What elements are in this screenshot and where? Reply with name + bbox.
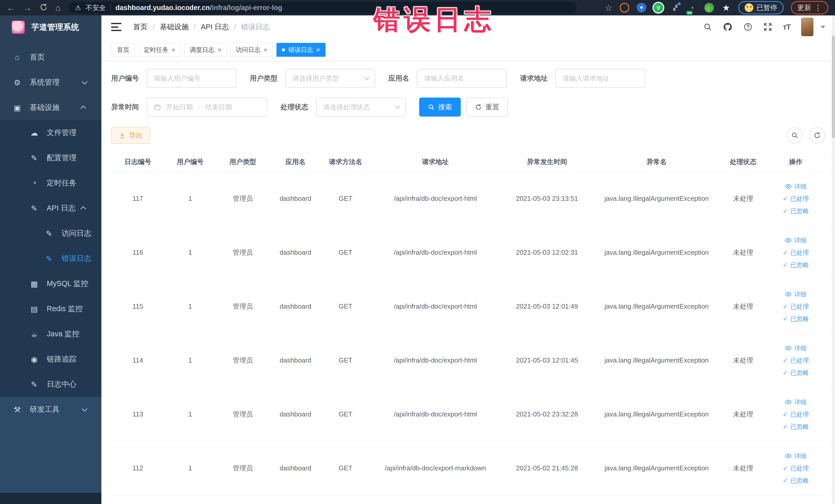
sidebar-item-config[interactable]: ✎配置管理 xyxy=(0,145,101,170)
show-search-button[interactable] xyxy=(787,127,803,143)
action-processed-link[interactable]: ✓已处理 xyxy=(782,302,809,311)
logo-image xyxy=(11,20,25,34)
cell-user-id: 1 xyxy=(165,464,216,472)
sidebar-item-api-log[interactable]: ✎API 日志 xyxy=(0,196,101,221)
cell-method: GET xyxy=(321,356,370,364)
eye-icon xyxy=(785,453,792,459)
reload-icon[interactable] xyxy=(40,3,48,13)
extension-icon-4[interactable]: ▞ xyxy=(670,3,680,13)
fullscreen-icon[interactable] xyxy=(763,23,772,31)
action-ignored-link[interactable]: ✓已忽略 xyxy=(782,315,809,323)
action-detail-link[interactable]: 详细 xyxy=(785,452,807,460)
action-detail-link[interactable]: 详细 xyxy=(785,290,807,298)
request-url-input[interactable] xyxy=(563,75,638,82)
action-ignored-link[interactable]: ✓已忽略 xyxy=(782,261,809,269)
home-icon[interactable]: ⌂ xyxy=(56,3,61,12)
action-ignored-link[interactable]: ✓已忽略 xyxy=(782,369,809,377)
action-detail-link[interactable]: 详细 xyxy=(785,344,807,352)
search-button[interactable]: 搜索 xyxy=(419,98,461,117)
hamburger-icon[interactable] xyxy=(111,23,121,31)
close-icon[interactable]: × xyxy=(171,46,175,53)
extension-icon-7[interactable]: ★ xyxy=(721,3,731,13)
action-detail-link[interactable]: 详细 xyxy=(785,398,807,406)
breadcrumb-item[interactable]: 基础设施 xyxy=(160,22,189,32)
action-detail-link[interactable]: 详细 xyxy=(785,182,807,190)
reset-button[interactable]: 重置 xyxy=(466,98,508,117)
action-detail-link[interactable]: 详细 xyxy=(785,236,807,244)
action-ignored-link[interactable]: ✓已忽略 xyxy=(782,207,809,215)
check-icon: ✓ xyxy=(782,315,788,322)
sidebar-item-dev-tools[interactable]: ⚒研发工具 xyxy=(0,397,101,422)
action-processed-link[interactable]: ✓已处理 xyxy=(782,195,809,203)
action-ignored-link[interactable]: ✓已忽略 xyxy=(782,477,809,485)
extension-icon-2[interactable]: ▼ xyxy=(636,3,646,13)
action-processed-link[interactable]: ✓已处理 xyxy=(782,410,809,419)
breadcrumb-item[interactable]: API 日志 xyxy=(201,22,229,32)
cell-app-name: dashboard xyxy=(270,356,321,364)
paused-badge[interactable]: 已暂停 xyxy=(738,1,784,14)
forward-icon[interactable]: → xyxy=(23,3,32,12)
extension-icon-1[interactable] xyxy=(619,3,629,13)
sidebar-item-file[interactable]: ☁文件管理 xyxy=(0,120,101,145)
sidebar-item-infra[interactable]: ▣基础设施 xyxy=(0,95,101,120)
cell-request-url: /api/infra/db-doc/export-html xyxy=(370,195,501,203)
action-processed-link[interactable]: ✓已处理 xyxy=(782,356,809,365)
help-icon[interactable] xyxy=(744,22,753,32)
date-range-picker[interactable]: 开始日期 - 结束日期 xyxy=(147,98,267,117)
back-icon[interactable]: ← xyxy=(7,3,15,12)
search-icon[interactable] xyxy=(703,23,712,31)
api-log-icon: ✎ xyxy=(29,204,40,213)
update-button[interactable]: 更新 ⋮ xyxy=(791,1,828,14)
extension-icon-6[interactable] xyxy=(704,3,714,13)
export-button[interactable]: 导出 xyxy=(111,127,150,144)
github-icon[interactable] xyxy=(723,22,733,32)
cell-user-type: 管理员 xyxy=(216,356,270,365)
extension-icon-5[interactable]: ≡on xyxy=(687,3,697,13)
extension-icon-3[interactable]: V xyxy=(653,3,663,13)
close-icon[interactable]: × xyxy=(316,46,320,53)
sidebar-item-system[interactable]: ⚙系统管理 xyxy=(0,70,101,95)
tab-调度日志[interactable]: 调度日志× xyxy=(184,43,227,57)
tab-定时任务[interactable]: 定时任务× xyxy=(138,43,181,57)
user-id-input[interactable] xyxy=(154,75,229,82)
cell-process-status: 未处理 xyxy=(720,194,766,203)
sidebar-item-java[interactable]: ☕Java 监控 xyxy=(0,321,101,347)
breadcrumb-item[interactable]: 首页 xyxy=(133,22,148,32)
chevron-down-icon[interactable] xyxy=(821,26,825,28)
close-icon[interactable]: × xyxy=(263,46,267,53)
user-type-select[interactable]: 请选择用户类型 xyxy=(285,69,375,88)
process-status-select[interactable]: 请选择处理状态 xyxy=(316,98,406,117)
action-processed-link[interactable]: ✓已处理 xyxy=(782,248,809,257)
search-icon xyxy=(791,132,798,139)
sidebar-item-trace[interactable]: ◉链路追踪 xyxy=(0,347,101,372)
tab-访问日志[interactable]: 访问日志× xyxy=(230,43,272,57)
cell-exception-name: java.lang.IllegalArgumentException xyxy=(593,464,720,472)
close-icon[interactable]: × xyxy=(218,46,221,53)
sidebar-item-job[interactable]: ◔定时任务 xyxy=(0,170,101,196)
sidebar-item-error-log[interactable]: ✎错误日志 xyxy=(0,246,101,271)
refresh-table-button[interactable] xyxy=(809,127,825,143)
sidebar-item-redis[interactable]: ▤Redis 监控 xyxy=(0,296,101,321)
cell-actions: 详细✓已处理✓已忽略 xyxy=(766,398,825,431)
app-name-input[interactable] xyxy=(424,75,500,82)
sidebar-item-log-center[interactable]: ✎日志中心 xyxy=(0,372,101,397)
sidebar-item-home[interactable]: ⌂首页 xyxy=(0,45,101,70)
check-icon: ✓ xyxy=(782,207,788,215)
dev-tools-icon: ⚒ xyxy=(12,405,23,414)
cell-exception-time: 2021-05-02 23:32:28 xyxy=(501,410,593,418)
menu-dots-icon[interactable]: ⋮ xyxy=(814,3,822,12)
tab-错误日志[interactable]: 错误日志× xyxy=(277,43,325,57)
sidebar-item-label: API 日志 xyxy=(47,203,76,213)
user-avatar[interactable] xyxy=(801,18,813,36)
page-scrollbar[interactable] xyxy=(832,15,835,504)
action-processed-link[interactable]: ✓已处理 xyxy=(782,464,809,472)
bookmark-star-icon[interactable]: ☆ xyxy=(605,3,612,12)
tab-首页[interactable]: 首页 xyxy=(111,43,135,57)
sidebar-item-mysql[interactable]: ▦MySQL 监控 xyxy=(0,271,101,296)
sidebar-logo[interactable]: 芋道管理系统 xyxy=(0,15,101,39)
scrollbar-thumb[interactable] xyxy=(832,36,835,138)
address-bar[interactable]: ⚠ 不安全 dashboard.yudao.iocoder.cn/infra/l… xyxy=(68,2,577,14)
font-size-icon[interactable]: тТ xyxy=(783,23,790,31)
action-ignored-link[interactable]: ✓已忽略 xyxy=(782,423,809,431)
sidebar-item-access-log[interactable]: ✎访问日志 xyxy=(0,221,101,246)
